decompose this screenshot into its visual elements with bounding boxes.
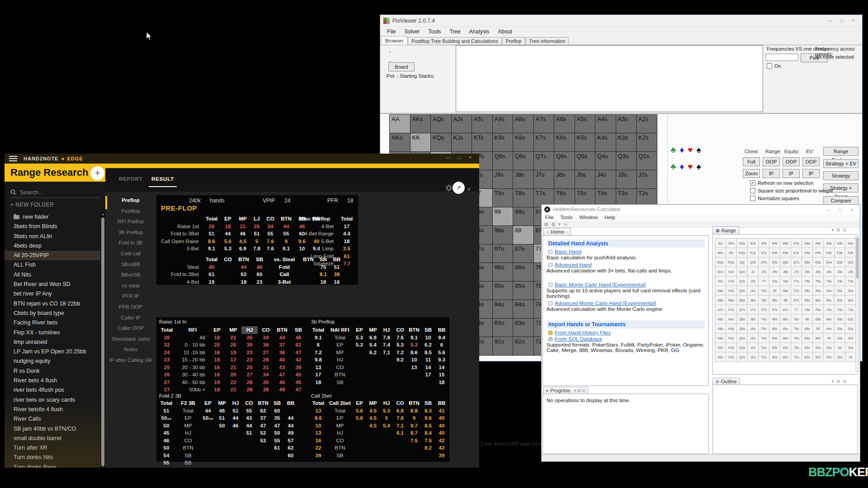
scroll-down-icon[interactable]: ▼: [101, 465, 105, 468]
pioviewer-tab[interactable]: Preflop: [502, 37, 525, 45]
stat-nav-item[interactable]: SBvsBB: [105, 259, 156, 270]
hand-cell[interactable]: 72o: [791, 352, 802, 362]
hand-cell[interactable]: 82s: [845, 296, 856, 305]
hand-cell[interactable]: A9s: [769, 239, 780, 248]
range-list-item[interactable]: limp unraised: [5, 338, 100, 347]
hand-cell[interactable]: Q4s: [595, 152, 616, 170]
hamburger-menu-icon[interactable]: [9, 155, 17, 163]
hand-cell[interactable]: 52o: [813, 352, 824, 362]
hand-cell[interactable]: J7o: [748, 305, 759, 314]
hand-cell[interactable]: 73o: [791, 343, 802, 352]
range-list-item[interactable]: Bet River and Won SD: [5, 280, 100, 289]
hand-cell[interactable]: T8o: [759, 296, 769, 305]
hand-cell[interactable]: 94o: [493, 300, 514, 319]
range-list-item[interactable]: All 20-25VPIP: [5, 251, 100, 260]
hand-cell[interactable]: T6s: [802, 277, 813, 286]
stat-nav-item[interactable]: Cold call: [105, 249, 156, 259]
menu-item[interactable]: Tree: [449, 28, 460, 35]
hand-cell[interactable]: J9s: [493, 170, 514, 189]
hand-cell[interactable]: T5s: [813, 277, 824, 286]
hand-cell[interactable]: J4o: [748, 333, 759, 343]
new-file-icon[interactable]: ▤: [544, 222, 548, 226]
menu-item[interactable]: Tools: [561, 215, 573, 220]
hand-cell[interactable]: 52s: [845, 324, 856, 333]
hand-cell[interactable]: Q3s: [835, 258, 845, 267]
hand-cell[interactable]: A7o: [715, 305, 726, 314]
action-link[interactable]: Basic Monte Carlo Hand [Experimental]: [548, 282, 705, 287]
hrc-titlebar[interactable]: ♠ HoldemResources Calculator — □ ×: [542, 205, 860, 214]
range-list-item[interactable]: SB jam 40bb vs BTN/CO: [5, 424, 100, 434]
hand-cell[interactable]: KTs: [759, 248, 769, 258]
action-link[interactable]: Advanced Hand: [548, 262, 705, 267]
hand-cell[interactable]: 87o: [513, 244, 534, 263]
hand-cell[interactable]: J7s: [791, 267, 802, 277]
hand-cell[interactable]: 82o: [513, 337, 534, 356]
strategy-button[interactable]: Strategy: [823, 171, 859, 180]
hand-cell[interactable]: Q2s: [845, 258, 856, 267]
hand-cell[interactable]: KTo: [726, 277, 737, 286]
checkbox-icon[interactable]: [767, 63, 772, 69]
hand-cell[interactable]: T9o: [759, 286, 769, 296]
hand-cell[interactable]: 83o: [780, 343, 791, 352]
pane-buttons-icon[interactable]: ▾ ⊟ ⊡: [831, 228, 847, 232]
hand-cell[interactable]: AKs: [726, 239, 737, 248]
range-oop-button[interactable]: OOP: [763, 157, 780, 166]
pioviewer-tab[interactable]: Browser: [381, 36, 407, 45]
hand-cell[interactable]: 85o: [513, 282, 534, 300]
hand-cell[interactable]: K7s: [534, 133, 555, 152]
hand-cell[interactable]: 74s: [824, 305, 835, 314]
range-list-item[interactable]: Flop XX - turnlines: [5, 328, 100, 338]
hand-cell[interactable]: Q2o: [737, 352, 748, 362]
range-list-item[interactable]: River betsfix 4 flush: [5, 405, 100, 414]
hand-cell[interactable]: 77: [791, 305, 802, 314]
scrollbar-thumb[interactable]: [101, 218, 104, 465]
hand-cell[interactable]: K5s: [575, 133, 596, 152]
hand-cell[interactable]: 43s: [835, 333, 845, 343]
hand-cell[interactable]: 95o: [769, 324, 780, 333]
hand-cell[interactable]: K2s: [845, 248, 856, 258]
menu-item[interactable]: File: [387, 28, 396, 35]
hand-cell[interactable]: 87o: [780, 305, 791, 314]
close-icon[interactable]: ×: [846, 206, 858, 214]
hand-cell[interactable]: 96o: [769, 314, 780, 324]
hand-cell[interactable]: KQs: [737, 248, 748, 258]
hand-cell[interactable]: K4s: [595, 133, 616, 152]
hand-cell[interactable]: A2s: [845, 239, 856, 248]
stat-nav-item[interactable]: Shortstack Jams: [105, 334, 156, 345]
hand-cell[interactable]: T3s: [835, 277, 845, 286]
hand-cell[interactable]: 93s: [835, 286, 845, 296]
range-list-item[interactable]: BTN rejam vs CO 18-22bb: [5, 299, 100, 309]
tree-display-pane[interactable]: [456, 45, 763, 112]
hand-cell[interactable]: Q4o: [737, 333, 748, 343]
hand-cell[interactable]: J4s: [595, 170, 616, 189]
range-list-item[interactable]: River bets 4 flush: [5, 376, 100, 385]
hand-cell[interactable]: A4s: [824, 239, 835, 248]
hand-cell[interactable]: KJs: [748, 248, 759, 258]
hand-cell[interactable]: 86o: [513, 263, 534, 282]
suit-icon[interactable]: ♦: [679, 162, 684, 171]
hand-cell[interactable]: Q9s: [493, 152, 514, 170]
hand-cell[interactable]: A2s: [637, 115, 657, 133]
hand-cell[interactable]: KQs: [431, 133, 452, 152]
hand-cell[interactable]: 83s: [835, 296, 845, 305]
hand-cell[interactable]: JTs: [759, 267, 769, 277]
range-list-item[interactable]: 3bets from Blinds: [5, 222, 100, 231]
gear-icon[interactable]: [445, 184, 453, 192]
hand-cell[interactable]: J2o: [748, 352, 759, 362]
hand-cell[interactable]: AQs: [431, 115, 452, 133]
hand-cell[interactable]: Q8s: [780, 258, 791, 267]
hand-cell[interactable]: 87s: [791, 296, 802, 305]
combo-input[interactable]: [766, 54, 798, 61]
tab-home[interactable]: ⌂ Home ×: [543, 228, 571, 235]
equity-oop-button[interactable]: OOP: [783, 157, 800, 166]
hand-cell[interactable]: 66: [802, 314, 813, 324]
action-link[interactable]: Advanced Monte Carlo Hand [Experimental]: [548, 300, 705, 306]
hand-cell[interactable]: Q4s: [824, 258, 835, 267]
hand-cell[interactable]: T8s: [513, 189, 534, 207]
stat-nav-item[interactable]: Caller OOP: [105, 323, 156, 334]
menu-item[interactable]: Analysis: [469, 28, 490, 35]
hand-cell[interactable]: T5o: [759, 324, 769, 333]
hand-cell[interactable]: KTs: [472, 133, 493, 152]
equity-ip-button[interactable]: IP: [783, 169, 800, 178]
minimize-icon[interactable]: —: [443, 155, 454, 160]
